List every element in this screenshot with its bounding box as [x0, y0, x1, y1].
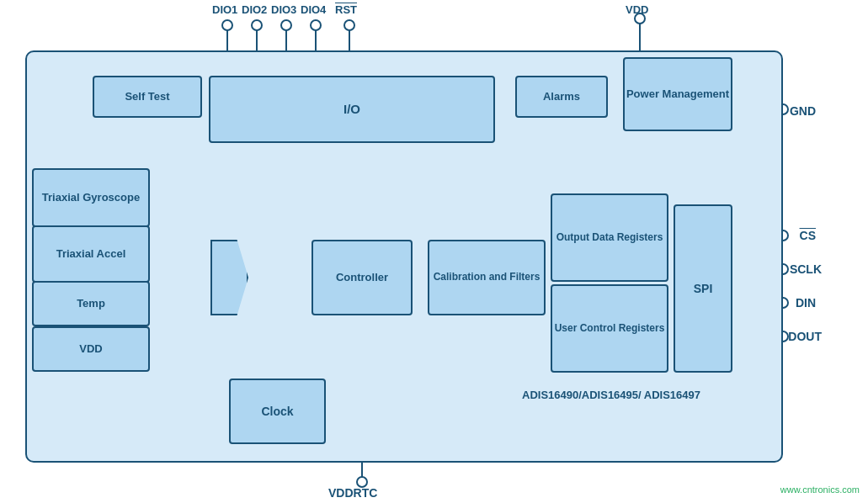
- temp-block: Temp: [32, 281, 150, 326]
- pin-label-gnd: GND: [790, 104, 816, 118]
- pin-label-dio2: DIO2: [242, 3, 267, 16]
- part-number-label: ADIS16490/ADIS16495/ ADIS16497: [522, 387, 700, 404]
- pin-label-sclk: SCLK: [790, 262, 822, 276]
- spi-block: SPI: [674, 204, 732, 373]
- svg-point-9: [311, 20, 321, 30]
- controller-block: Controller: [312, 240, 413, 315]
- io-block: I/O: [209, 76, 495, 143]
- output-data-registers-block: Output Data Registers: [551, 193, 668, 282]
- pin-label-rst: RST: [335, 3, 357, 16]
- calibration-filters-block: Calibration and Filters: [428, 240, 546, 315]
- clock-block: Clock: [229, 379, 326, 444]
- alarms-block: Alarms: [515, 76, 608, 118]
- pin-label-dio3: DIO3: [271, 3, 296, 16]
- pin-label-dout: DOUT: [788, 330, 822, 343]
- svg-point-10: [344, 20, 354, 30]
- pin-label-cs: CS: [800, 229, 816, 242]
- power-management-block: Power Management: [623, 57, 732, 131]
- svg-point-8: [281, 20, 291, 30]
- self-test-block: Self Test: [93, 76, 202, 118]
- user-control-registers-block: User Control Registers: [551, 284, 668, 373]
- triaxial-gyroscope-block: Triaxial Gyroscope: [32, 168, 150, 227]
- pin-label-vdd-top: VDD: [626, 3, 648, 16]
- pin-label-vddrtc: VDDRTC: [328, 486, 377, 500]
- pin-label-dio1: DIO1: [212, 3, 237, 16]
- triaxial-accel-block: Triaxial Accel: [32, 225, 150, 283]
- pin-label-din: DIN: [796, 296, 816, 310]
- pin-label-dio4: DIO4: [301, 3, 326, 16]
- svg-point-7: [252, 20, 262, 30]
- vdd-sensor-block: VDD: [32, 326, 150, 372]
- watermark-label: www.cntronics.com: [780, 484, 860, 495]
- diagram-container: DIO1 DIO2 DIO3 DIO4 RST VDD Self Test I/…: [0, 0, 868, 503]
- svg-point-6: [222, 20, 232, 30]
